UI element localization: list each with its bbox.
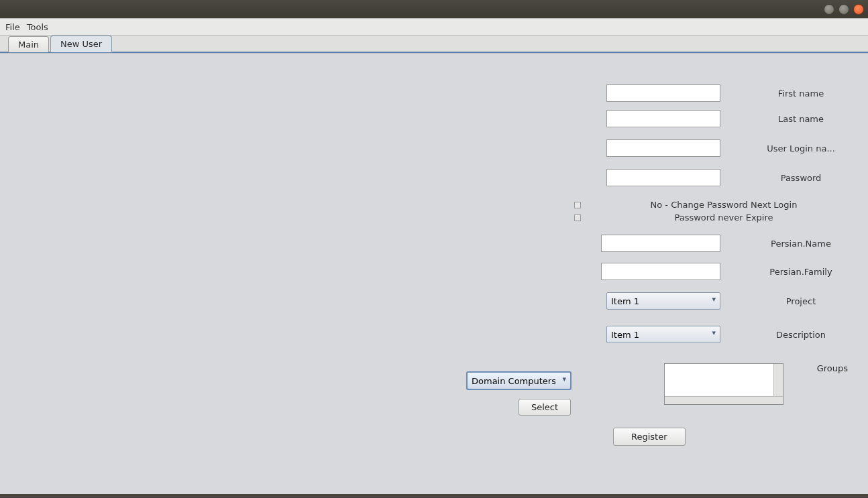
user-login-label: User Login na... xyxy=(754,143,848,153)
no-change-password-label: No - Change Password Next Login xyxy=(600,200,848,210)
domain-select[interactable]: Domain Computers xyxy=(467,372,571,389)
register-button[interactable]: Register xyxy=(613,428,686,446)
persian-family-label: Persian.Family xyxy=(754,267,848,277)
description-select-wrap: Item 1 xyxy=(606,326,720,343)
select-button[interactable]: Select xyxy=(519,399,571,416)
tab-main[interactable]: Main xyxy=(8,36,49,52)
first-name-input[interactable] xyxy=(606,84,720,102)
groups-listbox[interactable] xyxy=(664,363,783,405)
app-window: File Tools Main New User First name Last… xyxy=(0,18,868,494)
close-icon[interactable] xyxy=(853,4,864,15)
groups-vertical-scrollbar[interactable] xyxy=(773,364,783,396)
groups-label: Groups xyxy=(817,363,848,373)
content-area: First name Last name User Login na... Pa… xyxy=(0,53,868,494)
domain-area: Domain Computers Select xyxy=(467,372,571,416)
menu-tools[interactable]: Tools xyxy=(27,22,48,32)
no-change-password-checkbox[interactable] xyxy=(574,202,581,208)
maximize-icon[interactable] xyxy=(838,4,849,15)
persian-name-label: Persian.Name xyxy=(754,239,848,249)
password-input[interactable] xyxy=(606,169,720,186)
menu-file[interactable]: File xyxy=(5,22,20,32)
project-select-wrap: Item 1 xyxy=(606,292,720,310)
tab-new-user[interactable]: New User xyxy=(50,36,112,52)
window-titlebar xyxy=(0,0,868,18)
persian-family-input[interactable] xyxy=(601,263,720,280)
description-label: Description xyxy=(754,330,848,340)
minimize-icon[interactable] xyxy=(824,4,834,15)
domain-select-wrap: Domain Computers xyxy=(467,372,571,389)
password-label: Password xyxy=(754,173,848,183)
groups-horizontal-scrollbar[interactable] xyxy=(665,396,783,404)
project-select[interactable]: Item 1 xyxy=(606,292,720,310)
user-login-input[interactable] xyxy=(606,139,720,157)
first-name-label: First name xyxy=(754,88,848,99)
new-user-form: First name Last name User Login na... Pa… xyxy=(539,84,848,405)
persian-name-input[interactable] xyxy=(601,235,720,252)
password-never-expire-label: Password never Expire xyxy=(600,212,848,223)
password-never-expire-checkbox[interactable] xyxy=(574,214,581,221)
tab-strip: Main New User xyxy=(0,36,868,53)
project-label: Project xyxy=(754,296,848,306)
description-select[interactable]: Item 1 xyxy=(606,326,720,343)
last-name-label: Last name xyxy=(754,114,848,124)
menubar: File Tools xyxy=(0,19,868,36)
window-bottom-border xyxy=(0,494,868,498)
last-name-input[interactable] xyxy=(606,110,720,127)
